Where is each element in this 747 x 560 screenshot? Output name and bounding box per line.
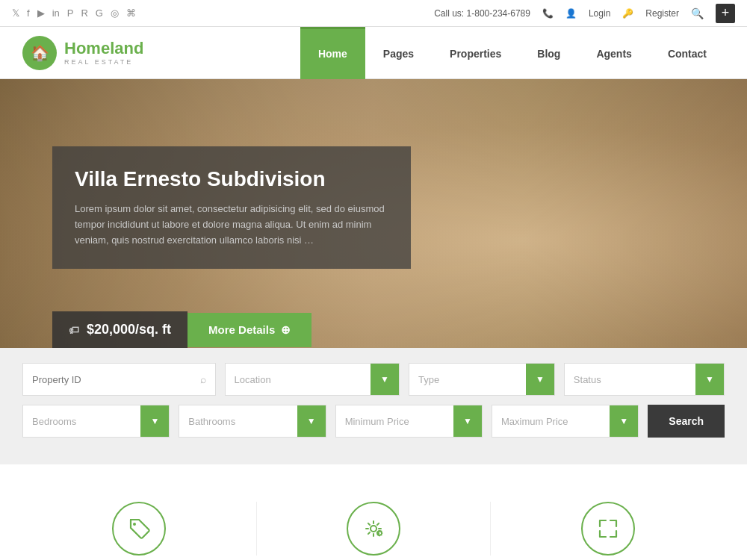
twitter-icon[interactable]: 𝕏: [12, 7, 19, 19]
property-id-input[interactable]: [32, 374, 200, 385]
youtube-icon[interactable]: ▶: [37, 7, 45, 19]
status-select[interactable]: Status For Sale For Rent: [565, 364, 724, 395]
plus-button[interactable]: +: [716, 4, 735, 23]
expand-circle-icon: [581, 502, 635, 556]
top-bar-right: Call us: 1-800-234-6789 📞 👤 Login 🔑 Regi…: [434, 4, 735, 23]
search-section: ⌕ Location New York Los Angeles Chicago …: [0, 348, 747, 464]
top-bar: 𝕏 f ▶ in P R G ◎ ⌘ Call us: 1-800-234-67…: [0, 0, 747, 27]
icon-card-expand: [491, 502, 725, 556]
login-link[interactable]: Login: [589, 8, 610, 19]
price-tag-icon: 🏷: [69, 324, 79, 336]
type-select-wrap[interactable]: Type Apartment House Villa ▼: [409, 363, 555, 396]
logo-icon: 🏠: [22, 36, 57, 70]
svg-point-1: [133, 523, 136, 526]
social-links: 𝕏 f ▶ in P R G ◎ ⌘: [12, 7, 136, 19]
register-link[interactable]: Register: [645, 8, 679, 19]
min-price-select[interactable]: Minimum Price $50,000 $100,000 $200,000: [336, 405, 482, 437]
icon-card-tag: [22, 502, 257, 556]
type-select[interactable]: Type Apartment House Villa: [409, 364, 554, 395]
brand-name: Homeland: [64, 40, 143, 57]
pinterest-icon[interactable]: P: [67, 7, 74, 19]
nav-contact[interactable]: Contact: [650, 27, 725, 79]
login-icon: 👤: [565, 8, 577, 19]
price-value: $20,000/sq. ft: [87, 322, 171, 337]
search-icon-top[interactable]: 🔍: [691, 7, 704, 19]
tag-circle-icon: [112, 502, 166, 556]
plus-circle-icon: ⊕: [281, 323, 291, 337]
instagram-icon[interactable]: ◎: [111, 7, 119, 19]
logo: 🏠 Homeland REAL ESTATE: [22, 36, 143, 70]
svg-point-2: [371, 526, 376, 532]
gear-circle-icon: [347, 502, 400, 556]
location-select-wrap[interactable]: Location New York Los Angeles Chicago ▼: [225, 363, 400, 396]
hero-overlay: Villa Ernesto Subdivision Lorem ipsum do…: [52, 146, 411, 269]
icon-cards-section: [0, 464, 747, 560]
property-id-field[interactable]: ⌕: [22, 363, 216, 396]
bedrooms-select[interactable]: Bedrooms 1 2 3 4 5+: [23, 405, 169, 437]
brand-sub: REAL ESTATE: [64, 58, 143, 66]
search-icon: ⌕: [200, 373, 206, 385]
phone-number: Call us: 1-800-234-6789: [434, 8, 530, 19]
bathrooms-select-wrap[interactable]: Bathrooms 1 2 3 4+ ▼: [179, 405, 326, 438]
hero-title: Villa Ernesto Subdivision: [75, 167, 388, 191]
phone-icon: 📞: [542, 8, 554, 19]
key-icon: 🔑: [622, 8, 633, 19]
nav-agents[interactable]: Agents: [578, 27, 649, 79]
nav-pages[interactable]: Pages: [365, 27, 432, 79]
linkedin-icon[interactable]: in: [52, 7, 60, 19]
nav-blog[interactable]: Blog: [519, 27, 578, 79]
more-details-button[interactable]: More Details ⊕: [187, 313, 311, 347]
icon-card-gear: [257, 502, 492, 556]
hero-section: Villa Ernesto Subdivision Lorem ipsum do…: [0, 79, 747, 348]
brand-home: Home: [64, 39, 110, 57]
min-price-select-wrap[interactable]: Minimum Price $50,000 $100,000 $200,000 …: [335, 405, 483, 438]
google-plus-icon[interactable]: G: [96, 7, 103, 19]
nav-home[interactable]: Home: [300, 27, 365, 79]
logo-text: Homeland REAL ESTATE: [64, 40, 143, 65]
reddit-icon[interactable]: R: [81, 7, 87, 19]
search-row-2: Bedrooms 1 2 3 4 5+ ▼ Bathrooms 1 2 3 4+…: [22, 405, 725, 438]
nav-links: Home Pages Properties Blog Agents Contac…: [300, 27, 725, 78]
navbar: 🏠 Homeland REAL ESTATE Home Pages Proper…: [0, 27, 747, 79]
facebook-icon[interactable]: f: [27, 7, 30, 19]
max-price-select-wrap[interactable]: Maximum Price $500,000 $1,000,000 $2,000…: [492, 405, 639, 438]
search-row-1: ⌕ Location New York Los Angeles Chicago …: [22, 363, 725, 396]
more-details-label: More Details: [208, 323, 275, 336]
bathrooms-select[interactable]: Bathrooms 1 2 3 4+: [179, 405, 325, 437]
nav-properties[interactable]: Properties: [432, 27, 519, 79]
hero-price: 🏷 $20,000/sq. ft: [52, 311, 187, 348]
hero-footer: 🏷 $20,000/sq. ft More Details ⊕: [52, 311, 311, 348]
brand-land: land: [110, 39, 143, 57]
max-price-select[interactable]: Maximum Price $500,000 $1,000,000 $2,000…: [492, 405, 638, 437]
search-button[interactable]: Search: [648, 405, 725, 438]
bedrooms-select-wrap[interactable]: Bedrooms 1 2 3 4 5+ ▼: [22, 405, 170, 438]
rss-icon[interactable]: ⌘: [126, 7, 136, 19]
status-select-wrap[interactable]: Status For Sale For Rent ▼: [564, 363, 725, 396]
hero-description: Lorem ipsum dolor sit amet, consectetur …: [75, 202, 388, 248]
location-select[interactable]: Location New York Los Angeles Chicago: [226, 364, 400, 395]
